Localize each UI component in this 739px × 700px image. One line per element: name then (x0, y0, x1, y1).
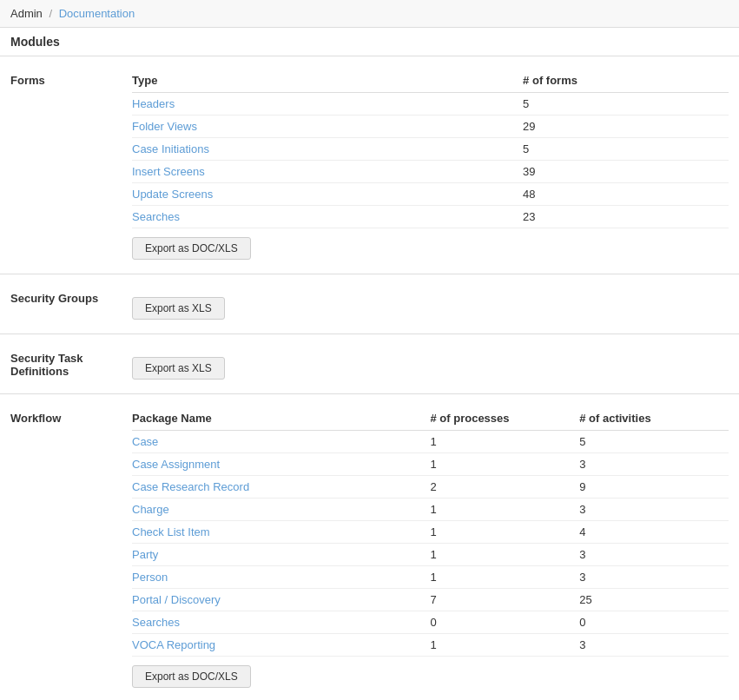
workflow-act-count: 9 (579, 476, 729, 499)
workflow-table: Package Name # of processes # of activit… (132, 408, 729, 657)
form-type-link[interactable]: Folder Views (132, 120, 197, 133)
table-row: Insert Screens 39 (132, 161, 729, 183)
security-task-section: Security Task Definitions Export as XLS (0, 334, 739, 394)
workflow-export-btn[interactable]: Export as DOC/XLS (132, 665, 251, 688)
forms-col-count: # of forms (523, 70, 729, 93)
security-groups-content: Export as XLS (132, 288, 729, 320)
table-row: Party 1 3 (132, 544, 729, 566)
table-row: Folder Views 29 (132, 116, 729, 138)
workflow-proc-count: 1 (431, 499, 580, 521)
form-type-link[interactable]: Headers (132, 97, 175, 110)
workflow-pkg-link[interactable]: Charge (132, 503, 169, 516)
workflow-act-count: 3 (579, 499, 729, 521)
table-row: Headers 5 (132, 93, 729, 116)
admin-link[interactable]: Admin (10, 7, 43, 20)
table-row: Charge 1 3 (132, 499, 729, 521)
workflow-col-pkg: Package Name (132, 408, 431, 431)
security-groups-export-btn[interactable]: Export as XLS (132, 297, 225, 320)
table-row: Case Assignment 1 3 (132, 453, 729, 476)
workflow-act-count: 4 (579, 521, 729, 544)
workflow-pkg-link[interactable]: Check List Item (132, 525, 210, 538)
form-type-link[interactable]: Insert Screens (132, 165, 205, 178)
workflow-act-count: 3 (579, 544, 729, 566)
breadcrumb: Admin / Documentation (0, 0, 739, 28)
workflow-act-count: 3 (579, 453, 729, 476)
forms-col-type: Type (132, 70, 523, 93)
workflow-pkg-link[interactable]: Portal / Discovery (132, 593, 221, 606)
table-row: Person 1 3 (132, 566, 729, 589)
workflow-section: Workflow Package Name # of processes # o… (0, 394, 739, 700)
form-count: 39 (523, 161, 729, 183)
workflow-proc-count: 1 (431, 431, 580, 453)
table-row: Case Initiations 5 (132, 138, 729, 161)
table-row: VOCA Reporting 1 3 (132, 634, 729, 657)
form-type-link[interactable]: Update Screens (132, 188, 213, 201)
workflow-pkg-link[interactable]: Case Assignment (132, 458, 220, 471)
workflow-proc-count: 1 (431, 453, 580, 476)
form-count: 5 (523, 93, 729, 116)
workflow-act-count: 0 (579, 611, 729, 634)
security-task-content: Export as XLS (132, 348, 729, 380)
table-row: Portal / Discovery 7 25 (132, 589, 729, 611)
workflow-pkg-link[interactable]: Case Research Record (132, 480, 249, 493)
modules-content: Forms Type # of forms Headers 5 Folder V… (0, 56, 739, 700)
workflow-act-count: 5 (579, 431, 729, 453)
forms-export-btn[interactable]: Export as DOC/XLS (132, 237, 251, 260)
security-groups-section: Security Groups Export as XLS (0, 274, 739, 334)
workflow-proc-count: 1 (431, 566, 580, 589)
workflow-proc-count: 1 (431, 634, 580, 657)
form-count: 23 (523, 206, 729, 228)
form-count: 29 (523, 116, 729, 138)
table-row: Case Research Record 2 9 (132, 476, 729, 499)
workflow-proc-count: 1 (431, 544, 580, 566)
workflow-pkg-link[interactable]: Party (132, 548, 158, 561)
workflow-proc-count: 7 (431, 589, 580, 611)
security-groups-label: Security Groups (10, 288, 132, 305)
workflow-pkg-link[interactable]: Case (132, 435, 158, 448)
table-row: Update Screens 48 (132, 183, 729, 206)
workflow-label: Workflow (10, 408, 132, 425)
form-count: 48 (523, 183, 729, 206)
forms-content: Type # of forms Headers 5 Folder Views 2… (132, 70, 729, 260)
workflow-proc-count: 1 (431, 521, 580, 544)
workflow-proc-count: 2 (431, 476, 580, 499)
workflow-pkg-link[interactable]: Searches (132, 616, 180, 629)
forms-label: Forms (10, 70, 132, 87)
workflow-col-act: # of activities (579, 408, 729, 431)
table-row: Searches 0 0 (132, 611, 729, 634)
documentation-link[interactable]: Documentation (59, 7, 135, 20)
workflow-col-proc: # of processes (431, 408, 580, 431)
workflow-act-count: 25 (579, 589, 729, 611)
forms-section: Forms Type # of forms Headers 5 Folder V… (0, 56, 739, 274)
forms-table: Type # of forms Headers 5 Folder Views 2… (132, 70, 729, 228)
breadcrumb-sep: / (49, 7, 52, 20)
security-task-label: Security Task Definitions (10, 348, 132, 378)
workflow-pkg-link[interactable]: Person (132, 571, 168, 584)
security-task-export-btn[interactable]: Export as XLS (132, 357, 225, 380)
table-row: Case 1 5 (132, 431, 729, 453)
form-type-link[interactable]: Searches (132, 210, 180, 223)
page-title: Modules (0, 28, 739, 56)
form-count: 5 (523, 138, 729, 161)
table-row: Searches 23 (132, 206, 729, 228)
table-row: Check List Item 1 4 (132, 521, 729, 544)
workflow-act-count: 3 (579, 566, 729, 589)
form-type-link[interactable]: Case Initiations (132, 142, 209, 155)
workflow-content: Package Name # of processes # of activit… (132, 408, 729, 688)
workflow-pkg-link[interactable]: VOCA Reporting (132, 638, 215, 651)
workflow-act-count: 3 (579, 634, 729, 657)
workflow-proc-count: 0 (431, 611, 580, 634)
